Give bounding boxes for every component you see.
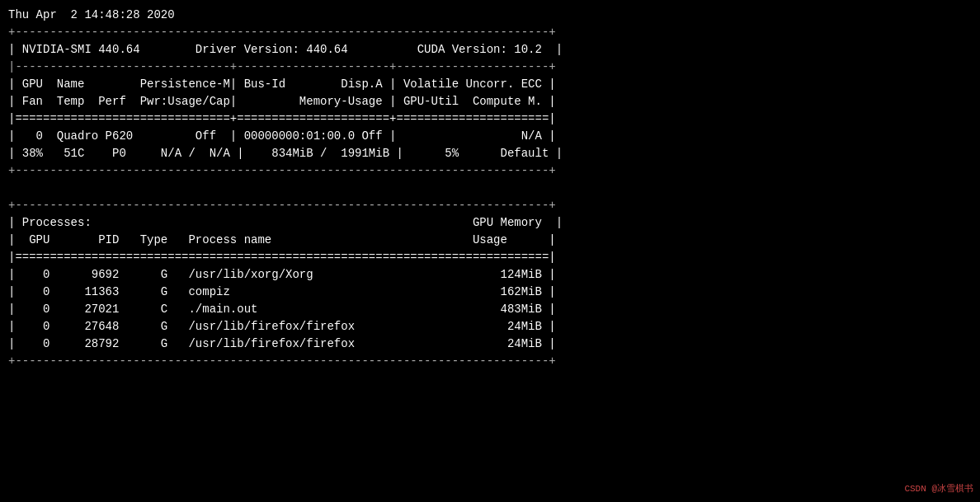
timestamp-line: Thu Apr 2 14:48:28 2020 (8, 7, 972, 24)
smi-header: | NVIDIA-SMI 440.64 Driver Version: 440.… (8, 41, 972, 59)
col-header1: | GPU Name Persistence-M| Bus-Id Disp.A … (8, 76, 972, 93)
proc-row1: | 0 9692 G /usr/lib/xorg/Xorg 124MiB | (8, 266, 972, 284)
watermark: CSDN @冰雪棋书 (904, 482, 973, 496)
proc-row4: | 0 27648 G /usr/lib/firefox/firefox 24M… (8, 318, 972, 335)
proc-row5: | 0 28792 G /usr/lib/firefox/firefox 24M… (8, 335, 972, 353)
border-top: +---------------------------------------… (8, 24, 972, 41)
border-bottom: +---------------------------------------… (8, 162, 972, 180)
proc-border-bottom: +---------------------------------------… (8, 353, 972, 370)
proc-row2: | 0 11363 G compiz 162MiB | (8, 284, 972, 301)
col-header2: | Fan Temp Perf Pwr:Usage/Cap| Memory-Us… (8, 93, 972, 110)
gpu-row2: | 38% 51C P0 N/A / N/A | 834MiB / 1991Mi… (8, 145, 972, 162)
terminal-output: Thu Apr 2 14:48:28 2020 +---------------… (8, 7, 972, 370)
proc-header3: |=======================================… (8, 249, 972, 266)
blank-line (8, 180, 972, 197)
col-header3: |===============================+=======… (8, 110, 972, 128)
border-mid1: |-------------------------------+-------… (8, 59, 972, 76)
proc-header2: | GPU PID Type Process name Usage | (8, 232, 972, 249)
proc-header1: | Processes: GPU Memory | (8, 214, 972, 232)
proc-border-top: +---------------------------------------… (8, 197, 972, 214)
proc-row3: | 0 27021 C ./main.out 483MiB | (8, 301, 972, 318)
gpu-row1: | 0 Quadro P620 Off | 00000000:01:00.0 O… (8, 128, 972, 145)
